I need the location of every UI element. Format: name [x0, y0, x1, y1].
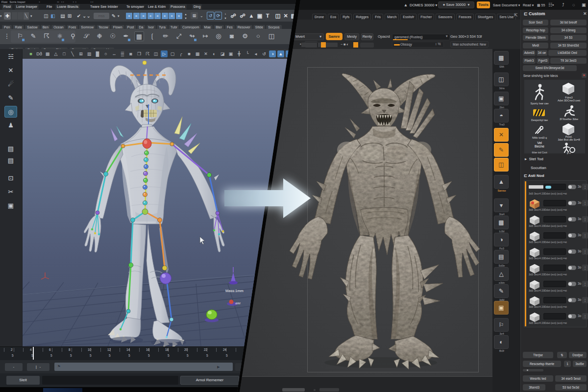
svg-text:Mass:1mm: Mass:1mm — [225, 289, 244, 293]
svg-text:dilltf: dilltf — [235, 302, 241, 305]
